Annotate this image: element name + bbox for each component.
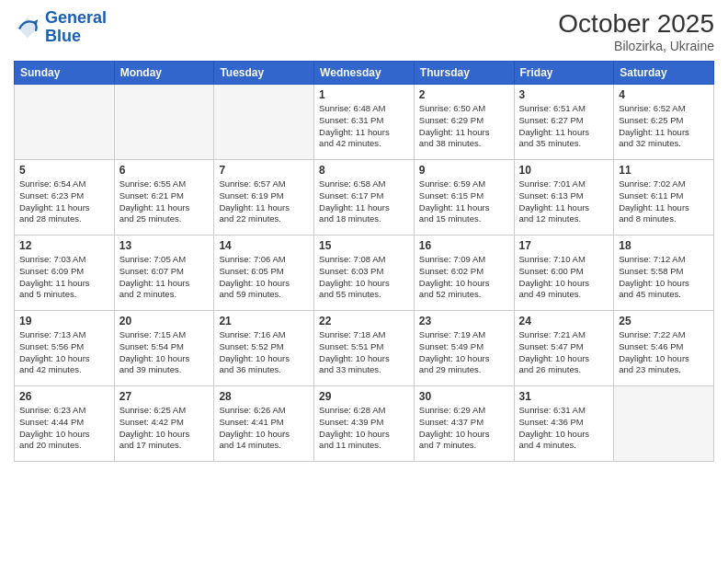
logo-icon (14, 14, 41, 41)
calendar-cell: 26Sunrise: 6:23 AM Sunset: 4:44 PM Dayli… (15, 386, 115, 462)
weekday-header-monday: Monday (114, 62, 214, 85)
cell-date-number: 11 (619, 164, 709, 177)
cell-info-text: Sunrise: 6:55 AM Sunset: 6:21 PM Dayligh… (119, 178, 210, 225)
calendar-cell: 11Sunrise: 7:02 AM Sunset: 6:11 PM Dayli… (614, 160, 714, 236)
title-area: October 2025 Bilozirka, Ukraine (558, 9, 714, 53)
calendar-cell: 6Sunrise: 6:55 AM Sunset: 6:21 PM Daylig… (114, 160, 214, 236)
calendar-cell: 23Sunrise: 7:19 AM Sunset: 5:49 PM Dayli… (414, 311, 514, 386)
calendar-cell: 8Sunrise: 6:58 AM Sunset: 6:17 PM Daylig… (314, 160, 415, 236)
calendar-cell: 15Sunrise: 7:08 AM Sunset: 6:03 PM Dayli… (314, 236, 415, 311)
cell-info-text: Sunrise: 6:50 AM Sunset: 6:29 PM Dayligh… (419, 103, 509, 150)
weekday-header-saturday: Saturday (614, 62, 714, 85)
week-row-2: 5Sunrise: 6:54 AM Sunset: 6:23 PM Daylig… (15, 160, 714, 236)
calendar-cell: 12Sunrise: 7:03 AM Sunset: 6:09 PM Dayli… (15, 236, 115, 311)
month-title: October 2025 (558, 9, 714, 39)
cell-info-text: Sunrise: 6:52 AM Sunset: 6:25 PM Dayligh… (619, 103, 709, 150)
cell-info-text: Sunrise: 6:26 AM Sunset: 4:41 PM Dayligh… (219, 405, 309, 452)
cell-info-text: Sunrise: 7:16 AM Sunset: 5:52 PM Dayligh… (219, 329, 309, 376)
cell-date-number: 10 (519, 164, 609, 177)
calendar-cell (15, 85, 115, 160)
cell-date-number: 24 (519, 315, 609, 327)
logo-text: General Blue (45, 9, 107, 46)
cell-info-text: Sunrise: 6:31 AM Sunset: 4:36 PM Dayligh… (519, 405, 609, 452)
cell-info-text: Sunrise: 7:22 AM Sunset: 5:46 PM Dayligh… (619, 329, 709, 376)
cell-date-number: 5 (19, 164, 109, 177)
cell-info-text: Sunrise: 7:19 AM Sunset: 5:49 PM Dayligh… (419, 329, 509, 376)
cell-date-number: 21 (219, 315, 309, 327)
calendar-cell: 9Sunrise: 6:59 AM Sunset: 6:15 PM Daylig… (414, 160, 514, 236)
cell-date-number: 20 (119, 315, 210, 327)
cell-info-text: Sunrise: 6:48 AM Sunset: 6:31 PM Dayligh… (319, 103, 409, 150)
cell-info-text: Sunrise: 6:58 AM Sunset: 6:17 PM Dayligh… (319, 178, 409, 225)
cell-date-number: 29 (319, 390, 409, 403)
cell-info-text: Sunrise: 7:21 AM Sunset: 5:47 PM Dayligh… (519, 329, 609, 376)
calendar-cell: 4Sunrise: 6:52 AM Sunset: 6:25 PM Daylig… (614, 85, 714, 160)
cell-date-number: 2 (419, 88, 509, 101)
cell-date-number: 15 (319, 239, 409, 252)
calendar-cell: 7Sunrise: 6:57 AM Sunset: 6:19 PM Daylig… (214, 160, 314, 236)
calendar-table: SundayMondayTuesdayWednesdayThursdayFrid… (14, 61, 714, 462)
header: General Blue October 2025 Bilozirka, Ukr… (14, 9, 714, 53)
cell-info-text: Sunrise: 7:03 AM Sunset: 6:09 PM Dayligh… (19, 254, 109, 301)
cell-date-number: 12 (19, 239, 109, 252)
cell-info-text: Sunrise: 7:09 AM Sunset: 6:02 PM Dayligh… (419, 254, 509, 301)
weekday-header-friday: Friday (514, 62, 614, 85)
cell-date-number: 4 (619, 88, 709, 101)
calendar-cell: 1Sunrise: 6:48 AM Sunset: 6:31 PM Daylig… (314, 85, 415, 160)
cell-info-text: Sunrise: 7:05 AM Sunset: 6:07 PM Dayligh… (119, 254, 210, 301)
cell-date-number: 13 (119, 239, 210, 252)
calendar-cell: 30Sunrise: 6:29 AM Sunset: 4:37 PM Dayli… (414, 386, 514, 462)
cell-date-number: 30 (419, 390, 509, 403)
calendar-cell: 27Sunrise: 6:25 AM Sunset: 4:42 PM Dayli… (114, 386, 214, 462)
location-subtitle: Bilozirka, Ukraine (558, 39, 714, 53)
cell-date-number: 14 (219, 239, 309, 252)
cell-date-number: 23 (419, 315, 509, 327)
cell-info-text: Sunrise: 6:57 AM Sunset: 6:19 PM Dayligh… (219, 178, 309, 225)
cell-date-number: 22 (319, 315, 409, 327)
calendar-cell: 17Sunrise: 7:10 AM Sunset: 6:00 PM Dayli… (514, 236, 614, 311)
week-row-3: 12Sunrise: 7:03 AM Sunset: 6:09 PM Dayli… (15, 236, 714, 311)
week-row-1: 1Sunrise: 6:48 AM Sunset: 6:31 PM Daylig… (15, 85, 714, 160)
weekday-header-wednesday: Wednesday (314, 62, 415, 85)
logo: General Blue (14, 9, 107, 46)
calendar-cell: 16Sunrise: 7:09 AM Sunset: 6:02 PM Dayli… (414, 236, 514, 311)
calendar-cell: 22Sunrise: 7:18 AM Sunset: 5:51 PM Dayli… (314, 311, 415, 386)
cell-info-text: Sunrise: 6:28 AM Sunset: 4:39 PM Dayligh… (319, 405, 409, 452)
calendar-cell: 14Sunrise: 7:06 AM Sunset: 6:05 PM Dayli… (214, 236, 314, 311)
weekday-header-tuesday: Tuesday (214, 62, 314, 85)
cell-date-number: 7 (219, 164, 309, 177)
week-row-4: 19Sunrise: 7:13 AM Sunset: 5:56 PM Dayli… (15, 311, 714, 386)
cell-info-text: Sunrise: 6:23 AM Sunset: 4:44 PM Dayligh… (19, 405, 109, 452)
cell-info-text: Sunrise: 7:15 AM Sunset: 5:54 PM Dayligh… (119, 329, 210, 376)
calendar-cell: 18Sunrise: 7:12 AM Sunset: 5:58 PM Dayli… (614, 236, 714, 311)
cell-info-text: Sunrise: 6:51 AM Sunset: 6:27 PM Dayligh… (519, 103, 609, 150)
weekday-header-thursday: Thursday (414, 62, 514, 85)
calendar-cell (614, 386, 714, 462)
cell-info-text: Sunrise: 7:08 AM Sunset: 6:03 PM Dayligh… (319, 254, 409, 301)
calendar-cell: 24Sunrise: 7:21 AM Sunset: 5:47 PM Dayli… (514, 311, 614, 386)
calendar-cell: 13Sunrise: 7:05 AM Sunset: 6:07 PM Dayli… (114, 236, 214, 311)
cell-info-text: Sunrise: 6:29 AM Sunset: 4:37 PM Dayligh… (419, 405, 509, 452)
cell-info-text: Sunrise: 7:10 AM Sunset: 6:00 PM Dayligh… (519, 254, 609, 301)
calendar-cell (214, 85, 314, 160)
weekday-header-sunday: Sunday (15, 62, 115, 85)
calendar-cell: 31Sunrise: 6:31 AM Sunset: 4:36 PM Dayli… (514, 386, 614, 462)
calendar-cell: 28Sunrise: 6:26 AM Sunset: 4:41 PM Dayli… (214, 386, 314, 462)
calendar-cell: 10Sunrise: 7:01 AM Sunset: 6:13 PM Dayli… (514, 160, 614, 236)
cell-date-number: 18 (619, 239, 709, 252)
calendar-cell: 5Sunrise: 6:54 AM Sunset: 6:23 PM Daylig… (15, 160, 115, 236)
cell-info-text: Sunrise: 7:06 AM Sunset: 6:05 PM Dayligh… (219, 254, 309, 301)
cell-date-number: 1 (319, 88, 409, 101)
cell-info-text: Sunrise: 6:25 AM Sunset: 4:42 PM Dayligh… (119, 405, 210, 452)
cell-info-text: Sunrise: 6:59 AM Sunset: 6:15 PM Dayligh… (419, 178, 509, 225)
cell-date-number: 3 (519, 88, 609, 101)
cell-date-number: 19 (19, 315, 109, 327)
cell-date-number: 16 (419, 239, 509, 252)
calendar-cell: 25Sunrise: 7:22 AM Sunset: 5:46 PM Dayli… (614, 311, 714, 386)
cell-date-number: 31 (519, 390, 609, 403)
cell-date-number: 26 (19, 390, 109, 403)
calendar-cell: 19Sunrise: 7:13 AM Sunset: 5:56 PM Dayli… (15, 311, 115, 386)
cell-date-number: 27 (119, 390, 210, 403)
cell-date-number: 9 (419, 164, 509, 177)
cell-info-text: Sunrise: 7:12 AM Sunset: 5:58 PM Dayligh… (619, 254, 709, 301)
